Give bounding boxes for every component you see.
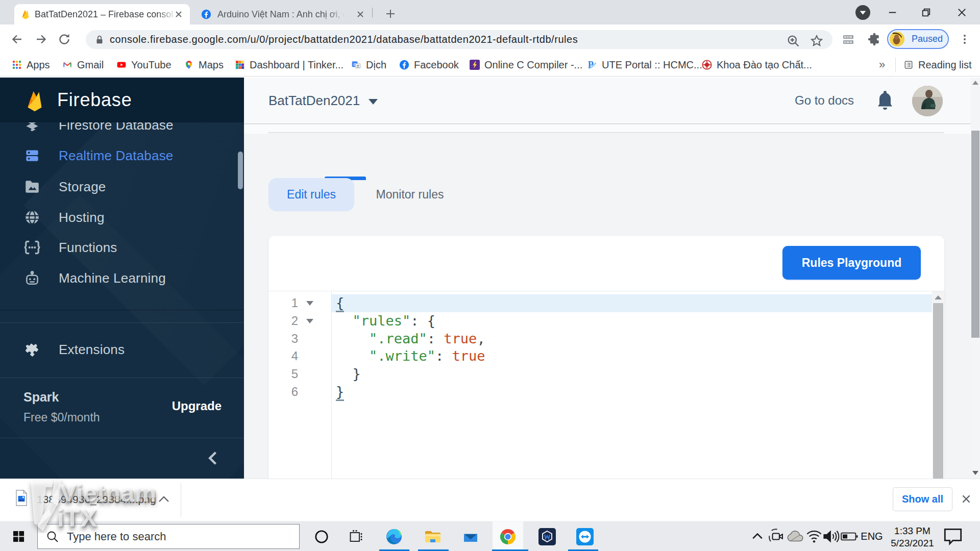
- sidebar-logo[interactable]: Firebase: [0, 78, 244, 122]
- button-label: Show all: [893, 488, 952, 511]
- bookmark-translate[interactable]: G文Dịch: [351, 54, 386, 76]
- code-line[interactable]: ".write": true: [332, 347, 932, 365]
- new-tab-button[interactable]: [383, 7, 398, 21]
- action-center-icon[interactable]: [942, 521, 964, 551]
- code-segment-punct: :: [410, 313, 427, 329]
- bookmark-compiler[interactable]: Online C Compiler -...: [470, 54, 582, 76]
- taskbar-app-chrome[interactable]: [493, 521, 523, 551]
- bookmark-gmail[interactable]: Gmail: [62, 54, 104, 76]
- reading-list-button[interactable]: Reading list: [903, 54, 972, 76]
- sidebar-item-storage[interactable]: Storage: [0, 171, 244, 202]
- editor-scrollbar[interactable]: [932, 291, 944, 479]
- fold-caret-icon[interactable]: [306, 301, 313, 306]
- bookmark-ute-portal[interactable]: PUTE Portal :: HCMC...: [587, 54, 702, 76]
- onedrive-cloud-icon[interactable]: [787, 521, 804, 551]
- tab-edit-rules[interactable]: Edit rules: [268, 178, 354, 211]
- lock-icon[interactable]: [94, 34, 105, 45]
- code-segment-string: "rules": [353, 313, 411, 329]
- taskbar-app-mail[interactable]: [455, 521, 486, 551]
- project-name[interactable]: BatTatDen2021: [268, 78, 360, 123]
- taskbar-app-teamviewer[interactable]: [570, 521, 600, 551]
- sidebar-item-extensions[interactable]: Extensions: [0, 334, 244, 365]
- sidebar-item-functions[interactable]: Functions: [0, 232, 244, 263]
- editor-scroll-up-arrow[interactable]: [932, 291, 944, 303]
- forward-icon[interactable]: [34, 32, 48, 46]
- reload-icon[interactable]: [57, 32, 71, 46]
- extensions-puzzle-icon[interactable]: [867, 32, 881, 46]
- bookmark-facebook[interactable]: Facebook: [399, 54, 459, 76]
- rules-playground-button[interactable]: Rules Playground: [782, 246, 921, 280]
- battery-icon[interactable]: [841, 521, 858, 551]
- editor-scrollbar-thumb[interactable]: [933, 303, 943, 479]
- tab-close-icon[interactable]: [174, 9, 184, 19]
- cortana-button[interactable]: [306, 521, 337, 551]
- sidebar-item-hosting[interactable]: Hosting: [0, 202, 244, 233]
- code-line[interactable]: {: [332, 294, 932, 312]
- taskbar-app-file-explorer[interactable]: [418, 521, 448, 551]
- project-dropdown-caret-icon[interactable]: [369, 99, 378, 105]
- window-menu-button[interactable]: [853, 0, 872, 24]
- bookmark-maps[interactable]: Maps: [184, 54, 224, 76]
- bookmarks-overflow-chevron[interactable]: »: [879, 54, 885, 76]
- firebase-logo-text: Firebase: [57, 78, 132, 122]
- task-view-button[interactable]: [341, 521, 372, 551]
- volume-icon[interactable]: [822, 521, 840, 551]
- bookmark-tinkercad[interactable]: Dashboard | Tinker...: [235, 54, 344, 76]
- code-line[interactable]: }: [332, 383, 932, 401]
- code-line[interactable]: "rules": {: [332, 312, 932, 330]
- wifi-icon[interactable]: [806, 521, 822, 551]
- tab-close-icon[interactable]: [355, 9, 365, 19]
- taskbar-app-edge[interactable]: [379, 521, 409, 551]
- taskbar-search-box[interactable]: Type here to search: [37, 524, 300, 549]
- tab-monitor-rules[interactable]: Monitor rules: [370, 178, 450, 211]
- zoom-icon[interactable]: [786, 34, 800, 48]
- window-close-button[interactable]: [952, 0, 971, 24]
- upgrade-button[interactable]: Upgrade: [172, 399, 222, 413]
- download-expand-caret-icon[interactable]: [157, 494, 170, 505]
- bookmark-apps-grid[interactable]: Apps: [12, 54, 50, 76]
- user-avatar[interactable]: [912, 86, 943, 116]
- window-restore-button[interactable]: [917, 0, 935, 24]
- page-scrollbar-thumb[interactable]: [971, 131, 979, 338]
- code-segment-punct: :: [435, 348, 452, 364]
- scroll-up-arrow[interactable]: [972, 81, 978, 85]
- compiler-icon: [470, 60, 480, 70]
- address-bar[interactable]: console.firebase.google.com/u/0/project/…: [86, 30, 832, 49]
- tray-chevron-up-icon[interactable]: [750, 521, 765, 551]
- url-text[interactable]: console.firebase.google.com/u/0/project/…: [110, 30, 768, 49]
- go-to-docs-link[interactable]: Go to docs: [795, 78, 854, 123]
- bookmark-youtube[interactable]: YouTube: [116, 54, 172, 76]
- download-manager-extension-icon[interactable]: [841, 32, 855, 46]
- language-indicator[interactable]: ENG: [861, 521, 883, 551]
- download-filename[interactable]: 138594986_29884....png: [37, 479, 156, 521]
- browser-tab-firebase[interactable]: BatTatDen2021 – Firebase consol: [14, 4, 190, 24]
- console-main: BatTatDen2021 Go to docs Edit rules Moni…: [244, 78, 980, 479]
- browser-tab-facebook[interactable]: Arduino Việt Nam : Anh chị ơi, ch: [194, 4, 369, 24]
- taskbar-clock[interactable]: 1:33 PM 5/23/2021: [891, 521, 934, 551]
- sidebar-item-label: Functions: [59, 232, 117, 263]
- page-scrollbar[interactable]: [971, 78, 980, 479]
- sidebar-collapse-chevron[interactable]: [204, 448, 223, 468]
- code-segment-punct: ,: [477, 331, 485, 346]
- show-all-button[interactable]: Show all: [893, 487, 952, 511]
- code-line[interactable]: }: [332, 365, 932, 383]
- start-button[interactable]: [7, 521, 30, 551]
- fold-caret-icon[interactable]: [306, 319, 313, 323]
- scroll-down-arrow[interactable]: [972, 471, 978, 475]
- code-line[interactable]: ".read": true,: [332, 330, 932, 348]
- code-editor[interactable]: 123456 { "rules": { ".read": true, ".wri…: [268, 291, 944, 479]
- sidebar-item-machine-learning[interactable]: Machine Learning: [0, 263, 244, 293]
- taskbar-app-wps-office[interactable]: [532, 521, 562, 551]
- notifications-bell-icon[interactable]: [876, 90, 894, 113]
- machine-learning-icon: [23, 269, 41, 287]
- meet-now-icon[interactable]: [768, 521, 786, 551]
- bookmark-khoa-dao-tao[interactable]: Khoa Đào tạo Chất...: [702, 54, 812, 76]
- download-shelf-close-icon[interactable]: [961, 493, 972, 505]
- browser-menu-kebab-icon[interactable]: [958, 32, 972, 46]
- sidebar-scrollbar-thumb[interactable]: [238, 152, 243, 189]
- bookmark-star-icon[interactable]: [810, 34, 824, 48]
- profile-chip[interactable]: Paused: [887, 29, 949, 49]
- window-minimize-button[interactable]: [883, 0, 901, 24]
- back-icon[interactable]: [10, 32, 24, 46]
- sidebar-item-realtime-database[interactable]: Realtime Database: [0, 140, 244, 171]
